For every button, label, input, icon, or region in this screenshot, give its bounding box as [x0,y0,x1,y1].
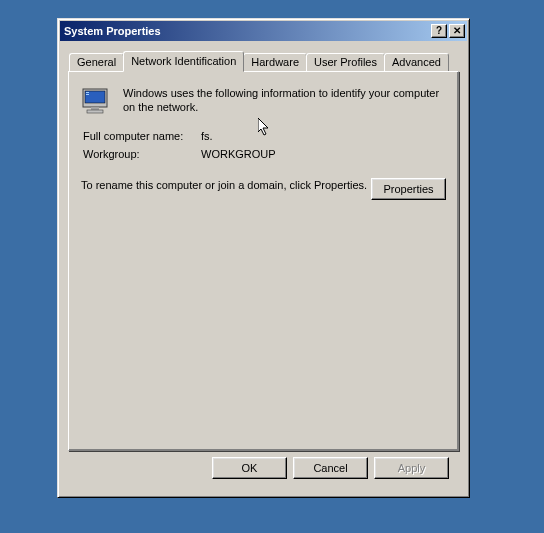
window-title: System Properties [64,25,429,37]
tab-hardware[interactable]: Hardware [243,53,307,71]
workgroup-label: Workgroup: [83,148,201,160]
tab-network-identification[interactable]: Network Identification [123,51,244,72]
fullname-value: fs. [201,130,446,142]
apply-button[interactable]: Apply [374,457,449,479]
tab-panel: Windows uses the following information t… [68,71,459,451]
info-row: Windows uses the following information t… [81,86,446,118]
fullname-row: Full computer name: fs. [81,130,446,142]
rename-row: To rename this computer or join a domain… [81,178,446,200]
fullname-label: Full computer name: [83,130,201,142]
tab-general[interactable]: General [69,53,124,71]
workgroup-value: WORKGROUP [201,148,446,160]
svg-rect-6 [86,94,89,95]
dialog-footer: OK Cancel Apply [68,451,459,489]
svg-rect-5 [86,92,89,93]
close-icon: ✕ [453,26,461,36]
tab-advanced[interactable]: Advanced [384,53,449,71]
svg-rect-4 [87,110,103,113]
computer-monitor-icon [81,86,113,118]
svg-rect-3 [91,107,99,110]
tab-strip: General Network Identification Hardware … [68,51,459,71]
help-button[interactable]: ? [431,24,447,38]
system-properties-window: System Properties ? ✕ General Network Id… [57,18,470,498]
workgroup-row: Workgroup: WORKGROUP [81,148,446,160]
tab-user-profiles[interactable]: User Profiles [306,53,385,71]
titlebar[interactable]: System Properties ? ✕ [60,21,467,41]
properties-button[interactable]: Properties [371,178,446,200]
help-icon: ? [436,26,442,36]
info-text: Windows uses the following information t… [123,86,446,118]
cancel-button[interactable]: Cancel [293,457,368,479]
rename-text: To rename this computer or join a domain… [81,178,371,193]
dialog-body: General Network Identification Hardware … [58,43,469,497]
close-button[interactable]: ✕ [449,24,465,38]
ok-button[interactable]: OK [212,457,287,479]
